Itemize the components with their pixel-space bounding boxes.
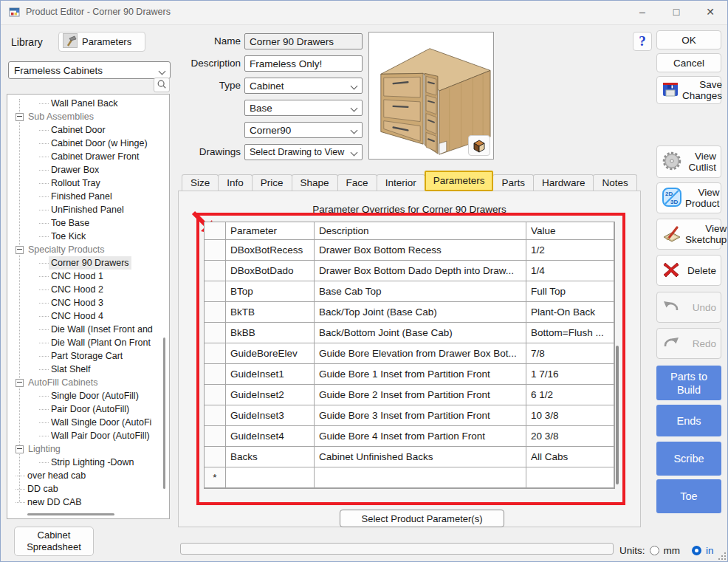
- parameter-cell[interactable]: GuideInset1: [226, 364, 315, 385]
- tree-item[interactable]: Cabinet Drawer Front: [7, 150, 159, 163]
- redo-button[interactable]: Redo: [656, 328, 721, 359]
- description-cell[interactable]: Drawer Box Bottom Dado Depth into Draw..…: [315, 261, 526, 281]
- parameter-cell[interactable]: Backs: [226, 447, 315, 467]
- undo-button[interactable]: Undo: [656, 292, 721, 323]
- parameter-cell[interactable]: BkTB: [226, 302, 315, 323]
- column-header-value[interactable]: Value: [526, 222, 614, 240]
- grid-vertical-scrollbar[interactable]: [616, 346, 619, 484]
- tree-item[interactable]: Wall Pair Door (AutoFill): [7, 429, 159, 442]
- drawings-select[interactable]: Select Drawing to View: [244, 144, 363, 160]
- collapse-minus-icon[interactable]: [16, 379, 24, 387]
- tree-item[interactable]: Toe Kick: [7, 230, 159, 243]
- tree-item[interactable]: CNC Hood 4: [7, 309, 159, 323]
- description-cell[interactable]: Guide Bore 4 Inset from Partion Front: [315, 426, 526, 447]
- save-changes-button[interactable]: Save Changes: [656, 76, 721, 104]
- description-cell[interactable]: Guide Bore 2 Inset from Partition Front: [315, 385, 526, 405]
- toe-button[interactable]: Toe: [656, 479, 721, 513]
- parameter-cell[interactable]: BkBB: [226, 323, 315, 343]
- tree-item[interactable]: Cabinet Door: [7, 123, 159, 137]
- view-sketchup-button[interactable]: View Sketchup: [656, 219, 721, 250]
- tree-item[interactable]: Part Storage Cart: [7, 349, 159, 363]
- tree-item[interactable]: Pair Door (AutoFill): [7, 402, 159, 416]
- ok-button[interactable]: OK: [656, 30, 721, 49]
- parameter-cell[interactable]: DBoxBotDado: [226, 261, 315, 281]
- close-button[interactable]: ✕: [693, 1, 727, 24]
- help-button[interactable]: ?: [633, 32, 652, 51]
- tab-shape[interactable]: Shape: [292, 174, 338, 191]
- value-cell[interactable]: Plant-On Back: [526, 302, 614, 323]
- value-cell[interactable]: 20 3/8: [526, 426, 614, 447]
- row-selector[interactable]: [205, 261, 226, 281]
- tree-item[interactable]: Specialty Products: [7, 243, 159, 256]
- description-cell[interactable]: Drawer Box Bottom Recess: [315, 240, 526, 261]
- value-cell[interactable]: 1 7/16: [526, 364, 614, 385]
- value-cell[interactable]: 10 3/8: [526, 405, 614, 426]
- row-selector[interactable]: [205, 302, 226, 323]
- ends-button[interactable]: Ends: [656, 405, 721, 436]
- cabinet-spreadsheet-button[interactable]: Cabinet Spreadsheet: [14, 527, 94, 556]
- parameter-cell[interactable]: GuideInset3: [226, 405, 315, 426]
- row-selector[interactable]: [205, 426, 226, 447]
- units-mm-radio[interactable]: [650, 546, 659, 555]
- tree-item[interactable]: Single Door (AutoFill): [7, 389, 159, 402]
- description-cell[interactable]: Guide Bore Elevation from Drawer Box Bot…: [315, 343, 526, 364]
- tree-item[interactable]: over head cab: [7, 469, 159, 482]
- column-header-description[interactable]: Description: [315, 222, 526, 240]
- parameter-cell[interactable]: [226, 467, 315, 488]
- description-field[interactable]: Frameless Only!: [244, 55, 363, 72]
- row-selector[interactable]: [205, 343, 226, 364]
- tab-notes[interactable]: Notes: [593, 174, 636, 191]
- collapse-minus-icon[interactable]: [16, 246, 24, 254]
- tree-item[interactable]: Cabinet Door (w Hinge): [7, 137, 159, 150]
- description-cell[interactable]: [315, 467, 526, 488]
- tree-item[interactable]: CNC Hood 1: [7, 270, 159, 283]
- tree-item[interactable]: Sub Assemblies: [7, 110, 159, 123]
- value-cell[interactable]: 6 1/2: [526, 385, 614, 405]
- name-field[interactable]: Corner 90 Drawers: [244, 33, 363, 49]
- tree-item[interactable]: Lighting: [7, 442, 159, 456]
- tab-interior[interactable]: Interior: [377, 174, 425, 191]
- row-selector[interactable]: [205, 364, 226, 385]
- view-cutlist-button[interactable]: View Cutlist: [656, 145, 721, 178]
- library-category-select[interactable]: Frameless Cabinets: [8, 61, 171, 79]
- tree-horizontal-scrollbar[interactable]: [27, 513, 114, 515]
- row-selector[interactable]: [205, 405, 226, 426]
- tree-item[interactable]: Finished Panel: [7, 190, 159, 203]
- tree-item[interactable]: CNC Hood 3: [7, 296, 159, 309]
- type-select[interactable]: Cabinet: [244, 78, 363, 94]
- maximize-button[interactable]: □: [659, 1, 693, 24]
- value-cell[interactable]: 1/2: [526, 240, 614, 261]
- parameter-cell[interactable]: GuideBoreElev: [226, 343, 315, 364]
- tree-item[interactable]: Wall Single Door (AutoFi: [7, 416, 159, 429]
- value-cell[interactable]: All Cabs: [526, 447, 614, 467]
- row-selector[interactable]: [205, 281, 226, 302]
- tree-item[interactable]: Slat Shelf: [7, 363, 159, 376]
- row-selector[interactable]: [205, 447, 226, 467]
- tree-item[interactable]: Die Wall (Inset Front and: [7, 323, 159, 336]
- tree-item[interactable]: Die Wall (Plant On Front: [7, 336, 159, 349]
- search-button[interactable]: [154, 78, 170, 92]
- description-cell[interactable]: Back/Top Joint (Base Cab): [315, 302, 526, 323]
- delete-button[interactable]: Delete: [656, 255, 721, 286]
- tree-item[interactable]: Toe Base: [7, 216, 159, 230]
- description-cell[interactable]: Back/Bottom Joint (Base Cab): [315, 323, 526, 343]
- tab-size[interactable]: Size: [182, 174, 219, 191]
- tree-item[interactable]: Drawer Box: [7, 163, 159, 177]
- tree-vertical-scrollbar[interactable]: [163, 337, 165, 489]
- select-product-parameters-button[interactable]: Select Product Parameter(s): [340, 510, 504, 527]
- tree-item[interactable]: AutoFill Cabinets: [7, 376, 159, 389]
- tree-item[interactable]: Strip Lighting -Down: [7, 456, 159, 469]
- value-cell[interactable]: Full Top: [526, 281, 614, 302]
- row-selector[interactable]: [205, 240, 226, 261]
- new-row-selector[interactable]: *: [205, 467, 226, 488]
- cancel-button[interactable]: Cancel: [656, 53, 721, 72]
- parameters-button[interactable]: Parameters: [58, 32, 145, 52]
- tab-hardware[interactable]: Hardware: [533, 174, 594, 191]
- tab-info[interactable]: Info: [218, 174, 253, 191]
- parameter-cell[interactable]: BTop: [226, 281, 315, 302]
- shape-select[interactable]: Corner90: [244, 122, 363, 138]
- description-cell[interactable]: Guide Bore 1 Inset from Partition Front: [315, 364, 526, 385]
- tree-item[interactable]: CNC Hood 2: [7, 283, 159, 296]
- minimize-button[interactable]: –: [625, 1, 659, 24]
- parameter-cell[interactable]: GuideInset4: [226, 426, 315, 447]
